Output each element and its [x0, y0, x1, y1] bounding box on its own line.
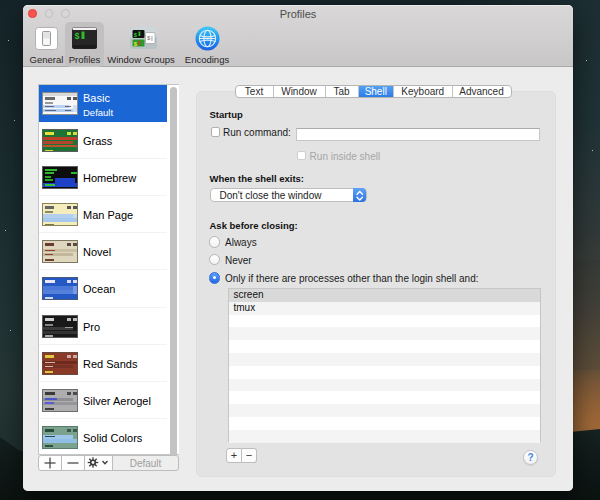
- svg-text:$: $: [133, 41, 137, 48]
- svg-text:$: $: [74, 32, 79, 42]
- svg-text:$|: $|: [147, 35, 154, 42]
- svg-text:$: $: [133, 32, 137, 39]
